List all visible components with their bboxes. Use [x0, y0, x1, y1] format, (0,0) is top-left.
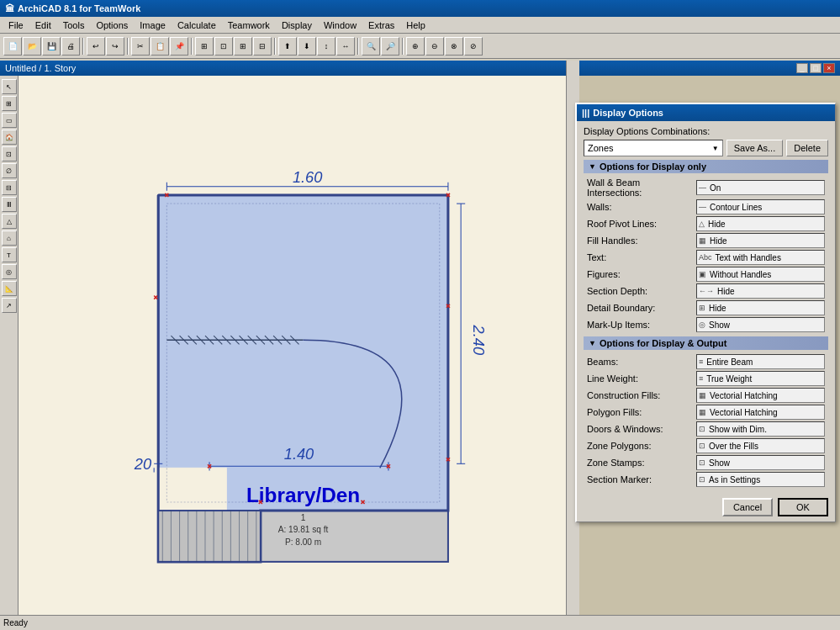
left-tool-9[interactable]: △	[2, 214, 17, 229]
minimize-button[interactable]: _	[796, 63, 808, 73]
dialog-body: Display Options Combinations: Zones ▼ Sa…	[577, 121, 835, 493]
close-button[interactable]: ×	[823, 63, 835, 73]
combinations-dropdown[interactable]: Zones ▼	[584, 140, 723, 156]
toolbar-b1[interactable]: ⊞	[195, 37, 214, 56]
toolbar-b14[interactable]: ⊘	[464, 37, 483, 56]
toolbar-paste[interactable]: 📌	[170, 37, 188, 56]
left-tool-5[interactable]: ⊡	[2, 146, 17, 161]
toolbar-b13[interactable]: ⊗	[445, 37, 463, 56]
left-tool-12[interactable]: ◎	[2, 264, 17, 279]
menu-help[interactable]: Help	[401, 19, 431, 31]
toolbar-b11[interactable]: ⊕	[406, 37, 425, 56]
menu-display[interactable]: Display	[277, 19, 317, 31]
inner-window-title: Untitled / 1. Story	[5, 63, 76, 73]
toolbar-b3[interactable]: ⊞	[234, 37, 252, 56]
toolbar-b5[interactable]: ⬆	[278, 37, 297, 56]
markup-value[interactable]: ◎ Show	[696, 317, 825, 332]
window-controls: _ □ ×	[796, 63, 835, 73]
left-tool-2[interactable]: ⊞	[2, 96, 17, 111]
left-tool-13[interactable]: 📐	[2, 281, 17, 296]
text-value[interactable]: Abc Text with Handles	[696, 250, 825, 265]
left-tool-14[interactable]: ↗	[2, 298, 17, 313]
section-depth-text: Hide	[717, 287, 735, 296]
svg-rect-3	[261, 511, 448, 562]
menu-file[interactable]: File	[3, 19, 29, 31]
left-tool-4[interactable]: 🏠	[2, 130, 17, 145]
toolbar-b12[interactable]: ⊖	[425, 37, 444, 56]
toolbar-b4[interactable]: ⊟	[253, 37, 272, 56]
polygon-fills-value[interactable]: ▦ Vectorial Hatching	[696, 405, 825, 420]
zone-stamps-value[interactable]: ⊡ Show	[696, 455, 825, 470]
toolbar-new[interactable]: 📄	[3, 37, 22, 56]
left-tool-11[interactable]: T	[2, 247, 17, 262]
toolbar-redo[interactable]: ↪	[106, 37, 124, 56]
canvas-area[interactable]: 1.60 1.40 2.40	[18, 76, 579, 630]
wall-beam-value[interactable]: — On	[696, 180, 825, 195]
menu-extras[interactable]: Extras	[363, 19, 399, 31]
line-weight-text: True Weight	[706, 374, 752, 384]
toolbar-b9[interactable]: 🔍	[362, 37, 380, 56]
roof-pivot-value[interactable]: △ Hide	[696, 216, 825, 231]
fill-handles-label: Fill Handles:	[587, 236, 696, 246]
option-doors-windows: Doors & Windows: ⊡ Show with Dim.	[584, 421, 828, 437]
walls-value[interactable]: — Contour Lines	[696, 199, 825, 214]
left-tool-1[interactable]: ↖	[2, 79, 17, 94]
menu-teamwork[interactable]: Teamwork	[223, 19, 275, 31]
menu-window[interactable]: Window	[319, 19, 362, 31]
dialog-title-bar: ||| Display Options	[577, 104, 835, 121]
section-depth-value[interactable]: ←→ Hide	[696, 283, 825, 299]
wall-beam-label: Wall & Beam Intersections:	[587, 177, 696, 198]
ok-button[interactable]: OK	[778, 498, 828, 516]
maximize-button[interactable]: □	[810, 63, 822, 73]
dropdown-arrow-icon: ▼	[712, 145, 719, 152]
combinations-label: Display Options Combinations:	[584, 126, 828, 136]
menu-edit[interactable]: Edit	[30, 19, 56, 31]
doors-windows-value[interactable]: ⊡ Show with Dim.	[696, 421, 825, 437]
figures-icon: ▣	[699, 270, 706, 278]
toolbar-print[interactable]: 🖨	[61, 37, 80, 56]
left-tool-3[interactable]: ▭	[2, 113, 17, 128]
detail-boundary-value[interactable]: ⊞ Hide	[696, 300, 825, 315]
left-tool-8[interactable]: Ⅲ	[2, 197, 17, 212]
menu-image[interactable]: Image	[135, 19, 171, 31]
display-options-dialog: ||| Display Options Display Options Comb…	[575, 103, 836, 522]
delete-button[interactable]: Delete	[786, 140, 828, 156]
option-fill-handles: Fill Handles: ▦ Hide	[584, 232, 828, 249]
toolbar-b10[interactable]: 🔎	[381, 37, 399, 56]
toolbar-copy[interactable]: 📋	[151, 37, 169, 56]
zone-polygons-value[interactable]: ⊡ Over the Fills	[696, 438, 825, 453]
construction-fills-value[interactable]: ▦ Vectorial Hatching	[696, 388, 825, 403]
figures-value[interactable]: ▣ Without Handles	[696, 267, 825, 282]
menu-bar: File Edit Tools Options Image Calculate …	[0, 17, 840, 34]
left-tool-6[interactable]: ∅	[2, 163, 17, 178]
beams-value[interactable]: ≡ Entire Beam	[696, 354, 825, 369]
left-toolbar: ↖ ⊞ ▭ 🏠 ⊡ ∅ ⊟ Ⅲ △ ⌂ T ◎ 📐 ↗	[0, 76, 18, 630]
toolbar-open[interactable]: 📂	[23, 37, 41, 56]
option-construction-fills: Construction Fills: ▦ Vectorial Hatching	[584, 387, 828, 404]
beams-text: Entire Beam	[706, 357, 753, 367]
save-as-button[interactable]: Save As...	[726, 140, 784, 156]
option-section-marker: Section Marker: ⊡ As in Settings	[584, 471, 828, 488]
cancel-button[interactable]: Cancel	[722, 498, 773, 516]
left-tool-10[interactable]: ⌂	[2, 230, 17, 246]
toolbar-save[interactable]: 💾	[42, 37, 61, 56]
doors-windows-label: Doors & Windows:	[587, 424, 696, 434]
toolbar-b2[interactable]: ⊡	[214, 37, 233, 56]
toolbar-b7[interactable]: ↕	[317, 37, 335, 56]
line-weight-value[interactable]: ≡ True Weight	[696, 371, 825, 386]
menu-calculate[interactable]: Calculate	[172, 19, 221, 31]
app-icon: 🏛	[5, 3, 14, 13]
menu-options[interactable]: Options	[91, 19, 133, 31]
doors-windows-icon: ⊡	[699, 425, 705, 433]
fill-handles-value[interactable]: ▦ Hide	[696, 233, 825, 248]
toolbar-b6[interactable]: ⬇	[298, 37, 316, 56]
main-toolbar: 📄 📂 💾 🖨 ↩ ↪ ✂ 📋 📌 ⊞ ⊡ ⊞ ⊟ ⬆ ⬇ ↕ ↔ 🔍 🔎 ⊕ …	[0, 34, 840, 59]
figures-text: Without Handles	[710, 270, 771, 279]
toolbar-undo[interactable]: ↩	[87, 37, 105, 56]
left-tool-7[interactable]: ⊟	[2, 180, 17, 195]
toolbar-b8[interactable]: ↔	[336, 37, 355, 56]
section-marker-value[interactable]: ⊡ As in Settings	[696, 472, 825, 487]
wall-beam-icon: —	[699, 183, 706, 192]
toolbar-cut[interactable]: ✂	[131, 37, 150, 56]
menu-tools[interactable]: Tools	[58, 19, 90, 31]
